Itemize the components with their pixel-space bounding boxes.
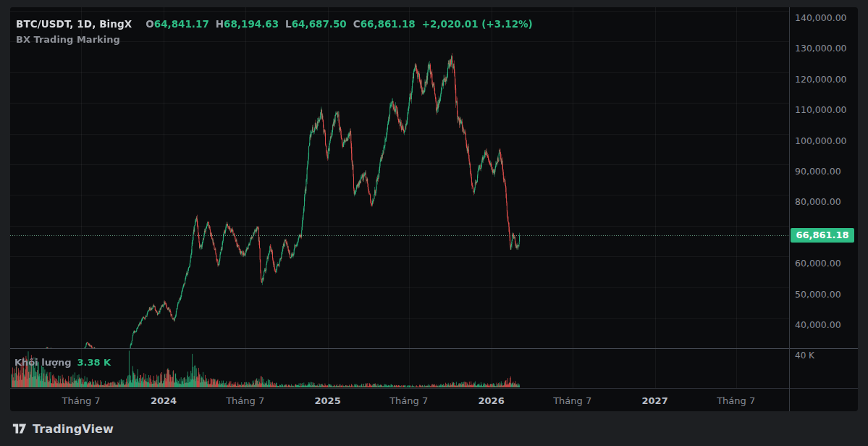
footer-bar: TradingView — [0, 411, 868, 446]
candlestick-chart-canvas[interactable] — [10, 7, 789, 388]
symbol-title: BTC/USDT, 1D, BingX — [16, 18, 132, 30]
price-tick-label: 60,000.00 — [795, 258, 841, 269]
chart-widget: BTC/USDT, 1D, BingXO64,841.17H68,194.63L… — [0, 0, 868, 446]
open-label: O — [146, 18, 153, 30]
price-tick-label: 100,000.00 — [795, 135, 847, 146]
indicator-subtitle: BX Trading Marking — [16, 32, 533, 47]
price-tick-label: 90,000.00 — [795, 166, 841, 177]
pane-separator[interactable] — [10, 348, 858, 349]
volume-pane-legend: Khối lượng3.38 K — [14, 357, 111, 368]
price-tick-label: 120,000.00 — [795, 74, 847, 85]
time-tick-label: 2025 — [315, 395, 341, 406]
price-chart-panel: BTC/USDT, 1D, BingXO64,841.17H68,194.63L… — [10, 7, 858, 411]
high-label: H — [216, 18, 224, 30]
time-tick-label: Tháng 7 — [226, 395, 264, 406]
time-axis[interactable]: Tháng 72024Tháng 72025Tháng 72026Tháng 7… — [10, 389, 789, 411]
time-tick-label: Tháng 7 — [717, 395, 755, 406]
price-tick-label: 50,000.00 — [795, 289, 841, 300]
time-tick-label: Tháng 7 — [62, 395, 101, 406]
current-price-badge: 66,861.18 — [791, 228, 854, 243]
change-value: +2,020.01 (+3.12%) — [422, 18, 533, 30]
volume-axis-top-label: 40 K — [795, 350, 814, 361]
tradingview-logo-icon — [12, 421, 28, 437]
volume-value: 3.38 K — [77, 357, 111, 368]
volume-label: Khối lượng — [14, 357, 71, 368]
price-tick-label: 130,000.00 — [795, 43, 847, 54]
open-value: 64,841.17 — [154, 18, 209, 30]
time-tick-label: Tháng 7 — [553, 395, 591, 406]
low-label: L — [285, 18, 292, 30]
tradingview-logo-text: TradingView — [33, 422, 114, 436]
price-tick-label: 80,000.00 — [795, 196, 841, 207]
high-value: 68,194.63 — [224, 18, 279, 30]
time-tick-label: 2024 — [151, 395, 177, 406]
time-tick-label: 2026 — [479, 395, 505, 406]
symbol-line: BTC/USDT, 1D, BingXO64,841.17H68,194.63L… — [16, 16, 533, 32]
tradingview-logo[interactable]: TradingView — [12, 421, 114, 437]
price-tick-label: 140,000.00 — [795, 12, 847, 23]
price-tick-label: 110,000.00 — [795, 104, 847, 115]
time-tick-label: 2027 — [642, 395, 668, 406]
close-label: C — [353, 18, 361, 30]
time-tick-label: Tháng 7 — [389, 395, 428, 406]
chart-legend: BTC/USDT, 1D, BingXO64,841.17H68,194.63L… — [16, 16, 533, 47]
price-tick-label: 40,000.00 — [795, 319, 841, 330]
close-value: 66,861.18 — [361, 18, 416, 30]
low-value: 64,687.50 — [292, 18, 347, 30]
price-axis-border — [789, 7, 790, 411]
